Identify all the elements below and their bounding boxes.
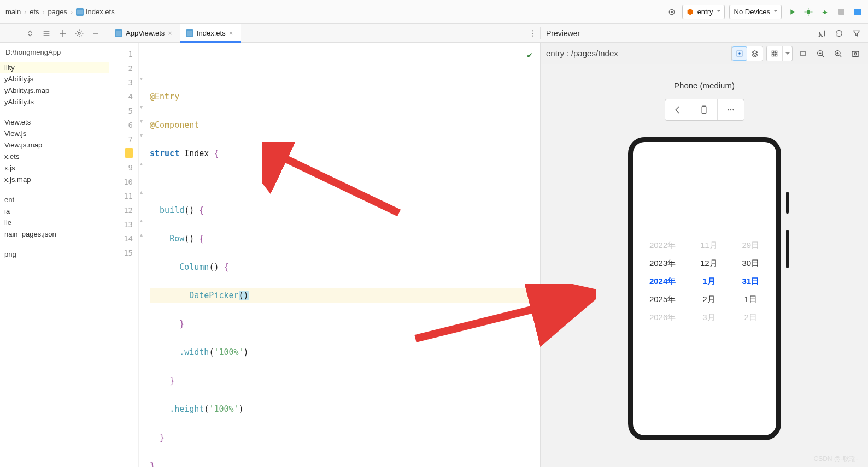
datepicker-item[interactable]: 2024年 — [649, 276, 676, 287]
collapse-icon[interactable] — [24, 27, 36, 39]
inspect-icon[interactable] — [732, 46, 747, 61]
top-right-toolbar: ⬢ entry No Devices — [666, 5, 864, 19]
lightbulb-icon[interactable] — [125, 148, 133, 158]
project-file-item[interactable]: ia — [0, 205, 109, 217]
previewer-title: Previewer — [546, 29, 580, 38]
project-file-item[interactable]: x.ets — [0, 151, 109, 162]
phone-side-button — [786, 230, 789, 268]
datepicker-item[interactable]: 2023年 — [649, 258, 676, 269]
project-file-item[interactable]: yAbility.ts — [0, 96, 109, 108]
datepicker-item[interactable]: 2026年 — [649, 312, 676, 323]
previewer-header: Previewer — [540, 27, 868, 39]
ets-file-icon — [186, 29, 193, 37]
ets-file-icon — [76, 8, 84, 16]
close-icon[interactable]: × — [168, 29, 172, 37]
target-icon[interactable] — [666, 6, 678, 18]
line-number: 10 — [115, 175, 133, 189]
gear-icon[interactable] — [73, 27, 85, 39]
svg-rect-10 — [775, 51, 777, 53]
datepicker-item[interactable]: 2025年 — [649, 294, 676, 305]
preview-caption: Phone (medium) — [674, 81, 735, 90]
project-file-list: ilityyAbility.jsyAbility.js.mapyAbility.… — [0, 62, 109, 260]
project-file-item[interactable]: png — [0, 249, 109, 260]
breadcrumb-item[interactable]: Index.ets — [76, 8, 115, 16]
expand-icon[interactable] — [40, 27, 52, 39]
watermark: CSDN @-耿瑞- — [813, 454, 858, 464]
phone-frame: 2022年2023年2024年2025年2026年 11月12月1月2月3月 2… — [628, 137, 781, 440]
datepicker-item[interactable]: 1日 — [744, 294, 757, 305]
project-file-item[interactable]: View.js.map — [0, 139, 109, 151]
settings-icon[interactable] — [57, 27, 69, 39]
zoom-out-icon[interactable] — [813, 46, 828, 61]
datepicker-item[interactable]: 11月 — [700, 240, 718, 251]
line-number: 5 — [115, 104, 133, 118]
svg-point-2 — [807, 10, 811, 14]
device-dropdown[interactable]: No Devices — [729, 5, 782, 19]
datepicker-item[interactable]: 2月 — [702, 294, 715, 305]
main-content: D:\hongmengApp ilityyAbility.jsyAbility.… — [0, 43, 868, 467]
code-editor[interactable]: 123456789101112131415 ▾ ▾ ▾ ▾ ▴ ▴ ▴ ▴ ✔ … — [109, 43, 540, 467]
breadcrumb-item[interactable]: pages — [48, 8, 67, 16]
code-area[interactable]: ✔ @Entry @Component struct Index { build… — [148, 43, 540, 467]
editor-tab[interactable]: AppView.ets × — [109, 24, 180, 42]
zoom-in-icon[interactable] — [831, 46, 845, 61]
project-file-item[interactable]: View.js — [0, 128, 109, 139]
datepicker-item[interactable]: 2022年 — [649, 240, 676, 251]
run-icon[interactable] — [786, 6, 798, 18]
crop-icon[interactable] — [796, 46, 810, 61]
stop-icon[interactable] — [835, 6, 847, 18]
line-number: 12 — [115, 203, 133, 217]
minimize-icon[interactable] — [90, 27, 102, 39]
datepicker-item[interactable]: 29日 — [742, 240, 759, 251]
device-dropdown-label: No Devices — [734, 8, 770, 16]
rotate-device-icon[interactable] — [691, 99, 718, 120]
svg-point-20 — [730, 109, 731, 110]
datepicker-item[interactable]: 2日 — [744, 312, 757, 323]
project-file-item[interactable]: ent — [0, 194, 109, 205]
svg-point-5 — [532, 32, 533, 33]
datepicker-item[interactable]: 12月 — [700, 258, 718, 269]
project-file-item[interactable]: x.js.map — [0, 174, 109, 185]
chevron-down-icon[interactable] — [782, 46, 792, 61]
filter-icon[interactable] — [851, 27, 863, 39]
editor-tab[interactable]: Index.ets × — [180, 24, 241, 42]
font-size-icon[interactable] — [816, 27, 828, 39]
breadcrumb-item[interactable]: ets — [30, 8, 39, 16]
preview-path-label: entry : /pages/Index — [546, 49, 618, 58]
project-file-item[interactable]: yAbility.js — [0, 73, 109, 85]
project-file-item[interactable]: View.ets — [0, 116, 109, 128]
datepicker-item[interactable]: 1月 — [702, 276, 715, 287]
screenshot-icon[interactable] — [848, 46, 863, 61]
profiler-icon[interactable] — [819, 6, 831, 18]
close-icon[interactable]: × — [229, 29, 233, 37]
more-icon[interactable] — [718, 99, 744, 120]
project-file-item[interactable]: nain_pages.json — [0, 228, 109, 240]
debug-icon[interactable] — [802, 6, 814, 18]
layout-icon[interactable] — [852, 6, 864, 18]
project-file-item[interactable]: x.js — [0, 162, 109, 174]
line-number: 9 — [115, 161, 133, 175]
project-root-path[interactable]: D:\hongmengApp — [0, 46, 109, 62]
line-number: 4 — [115, 90, 133, 104]
grid-icon[interactable] — [767, 46, 782, 61]
date-picker-preview: 2022年2023年2024年2025年2026年 11月12月1月2月3月 2… — [633, 240, 776, 323]
project-file-item[interactable]: ile — [0, 217, 109, 228]
phone-side-button — [786, 192, 789, 214]
breadcrumb-item[interactable]: main — [5, 8, 21, 16]
refresh-icon[interactable] — [833, 27, 845, 39]
datepicker-item[interactable]: 30日 — [742, 258, 759, 269]
line-number: 11 — [115, 189, 133, 203]
run-config-dropdown[interactable]: ⬢ entry — [682, 5, 725, 19]
gutter-controls — [0, 27, 109, 39]
datepicker-item[interactable]: 3月 — [702, 312, 715, 323]
svg-point-4 — [532, 30, 533, 31]
back-icon[interactable] — [665, 99, 691, 120]
chevron-right-icon: › — [24, 8, 26, 16]
project-file-item[interactable]: yAbility.js.map — [0, 85, 109, 96]
more-options-icon[interactable] — [525, 24, 540, 42]
layers-icon[interactable] — [747, 46, 763, 61]
check-icon: ✔ — [527, 48, 532, 62]
datepicker-item[interactable]: 31日 — [742, 276, 759, 287]
project-file-item[interactable]: ility — [0, 62, 109, 73]
svg-rect-9 — [772, 51, 774, 53]
